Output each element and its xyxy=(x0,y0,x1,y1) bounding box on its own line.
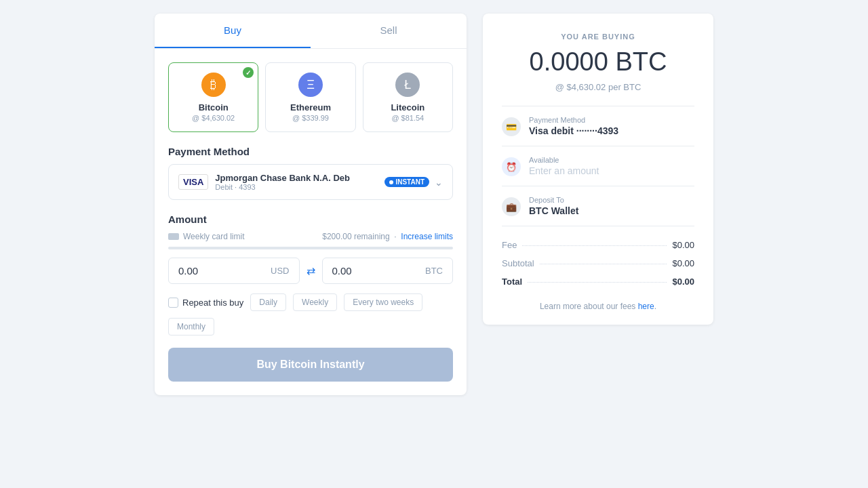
summary-payment-label: Payment Method xyxy=(529,116,618,124)
bank-icon: 💳 xyxy=(502,117,521,136)
summary-deposit-content: Deposit To BTC Wallet xyxy=(529,196,578,216)
payment-left: VISA Jpmorgan Chase Bank N.A. Deb Debit … xyxy=(178,173,350,191)
summary-deposit-row: 💼 Deposit To BTC Wallet xyxy=(502,196,694,216)
freq-daily-btn[interactable]: Daily xyxy=(250,293,286,311)
payment-right: INSTANT ⌄ xyxy=(384,177,443,188)
usd-currency-label: USD xyxy=(271,266,289,276)
total-dots xyxy=(528,282,667,283)
repeat-buy-row: Repeat this buy Daily Weekly Every two w… xyxy=(168,293,453,336)
fees-link[interactable]: here xyxy=(638,302,654,311)
btc-icon: ₿ xyxy=(201,73,226,97)
eth-icon: Ξ xyxy=(298,73,323,97)
summary-available-row: ⏰ Available Enter an amount xyxy=(502,156,694,176)
payment-section-title: Payment Method xyxy=(155,132,467,164)
summary-panel: YOU ARE BUYING 0.0000 BTC @ $4,630.02 pe… xyxy=(483,14,713,325)
summary-payment-content: Payment Method Visa debit ········4393 xyxy=(529,116,618,136)
eth-name: Ethereum xyxy=(273,102,348,113)
payment-info: Jpmorgan Chase Bank N.A. Deb Debit · 439… xyxy=(215,173,350,191)
payment-card-name: Jpmorgan Chase Bank N.A. Deb xyxy=(215,173,350,183)
total-value: $0.00 xyxy=(672,277,694,287)
visa-logo: VISA xyxy=(178,174,208,190)
btc-price: @ $4,630.02 xyxy=(176,114,251,122)
repeat-checkbox[interactable] xyxy=(168,298,178,308)
repeat-label: Repeat this buy xyxy=(182,298,243,308)
crypto-card-btc[interactable]: ₿ Bitcoin @ $4,630.02 xyxy=(168,62,258,132)
amount-inputs: USD ⇄ BTC xyxy=(168,258,453,284)
crypto-selector: ₿ Bitcoin @ $4,630.02 Ξ Ethereum @ $339.… xyxy=(155,49,467,132)
subtotal-value: $0.00 xyxy=(672,258,694,268)
swap-icon[interactable]: ⇄ xyxy=(307,264,315,277)
divider-3 xyxy=(502,186,694,186)
summary-payment-row: 💳 Payment Method Visa debit ········4393 xyxy=(502,116,694,136)
clock-icon: ⏰ xyxy=(502,157,521,176)
summary-available-label: Available xyxy=(529,156,599,164)
buy-panel: Buy Sell ₿ Bitcoin @ $4,630.02 Ξ Ethereu… xyxy=(155,14,467,395)
usd-input[interactable] xyxy=(178,265,265,277)
weekly-limit-row: Weekly card limit $200.00 remaining · In… xyxy=(168,232,453,241)
btc-input-box[interactable]: BTC xyxy=(322,258,454,284)
weekly-label-text: Weekly card limit xyxy=(183,232,244,241)
fee-dots xyxy=(522,245,667,246)
learn-more-text: Learn more about our fees here. xyxy=(502,302,694,311)
tab-sell[interactable]: Sell xyxy=(311,14,467,48)
increase-limits-link[interactable]: Increase limits xyxy=(401,232,453,241)
summary-deposit-value: BTC Wallet xyxy=(529,205,578,216)
repeat-checkbox-area[interactable]: Repeat this buy xyxy=(168,298,243,308)
freq-monthly-btn[interactable]: Monthly xyxy=(168,318,214,336)
progress-bar xyxy=(168,247,453,249)
tab-bar: Buy Sell xyxy=(155,14,467,49)
crypto-card-eth[interactable]: Ξ Ethereum @ $339.99 xyxy=(265,62,355,132)
ltc-price: @ $81.54 xyxy=(370,114,446,122)
divider-2 xyxy=(502,146,694,146)
chevron-down-icon: ⌄ xyxy=(435,177,443,188)
divider-1 xyxy=(502,106,694,106)
amount-section-title: Amount xyxy=(155,200,467,232)
btc-currency-label: BTC xyxy=(425,266,443,276)
buy-bitcoin-button[interactable]: Buy Bitcoin Instantly xyxy=(168,348,453,382)
weekly-label: Weekly card limit xyxy=(168,232,244,241)
weekly-remaining-text: $200.00 remaining xyxy=(322,232,389,241)
weekly-remaining: $200.00 remaining · Increase limits xyxy=(322,232,453,241)
ltc-name: Litecoin xyxy=(370,102,446,113)
total-label: Total xyxy=(502,277,522,287)
instant-label: INSTANT xyxy=(395,178,425,186)
selected-check-icon xyxy=(243,67,254,78)
freq-weekly-btn[interactable]: Weekly xyxy=(293,293,337,311)
subtotal-dots xyxy=(540,264,667,264)
summary-available-content: Available Enter an amount xyxy=(529,156,599,176)
card-icon xyxy=(168,233,179,240)
fee-row: Fee $0.00 xyxy=(502,236,694,254)
instant-dot-icon xyxy=(389,180,393,184)
you-are-buying-label: YOU ARE BUYING xyxy=(502,33,694,41)
tab-buy[interactable]: Buy xyxy=(155,14,311,48)
payment-method-selector[interactable]: VISA Jpmorgan Chase Bank N.A. Deb Debit … xyxy=(168,164,453,200)
freq-biweekly-btn[interactable]: Every two weeks xyxy=(344,293,422,311)
summary-deposit-label: Deposit To xyxy=(529,196,578,204)
subtotal-row: Subtotal $0.00 xyxy=(502,254,694,272)
instant-badge: INSTANT xyxy=(384,177,429,187)
btc-amount-display: 0.0000 BTC xyxy=(502,47,694,77)
ltc-icon: Ł xyxy=(395,73,420,97)
summary-payment-value: Visa debit ········4393 xyxy=(529,125,618,136)
subtotal-label: Subtotal xyxy=(502,258,534,268)
amount-section: Weekly card limit $200.00 remaining · In… xyxy=(155,232,467,336)
payment-card-sub: Debit · 4393 xyxy=(215,183,350,191)
fee-table: Fee $0.00 Subtotal $0.00 Total $0.00 xyxy=(502,236,694,291)
usd-input-box[interactable]: USD xyxy=(168,258,300,284)
crypto-card-ltc[interactable]: Ł Litecoin @ $81.54 xyxy=(363,62,453,132)
btc-input[interactable] xyxy=(332,265,420,277)
total-row: Total $0.00 xyxy=(502,272,694,291)
fee-value: $0.00 xyxy=(672,240,694,250)
divider-4 xyxy=(502,226,694,226)
fee-label: Fee xyxy=(502,240,517,250)
btc-price-display: @ $4,630.02 per BTC xyxy=(502,82,694,92)
btc-name: Bitcoin xyxy=(176,102,251,113)
eth-price: @ $339.99 xyxy=(273,114,348,122)
wallet-icon: 💼 xyxy=(502,197,521,216)
summary-available-placeholder: Enter an amount xyxy=(529,165,599,176)
